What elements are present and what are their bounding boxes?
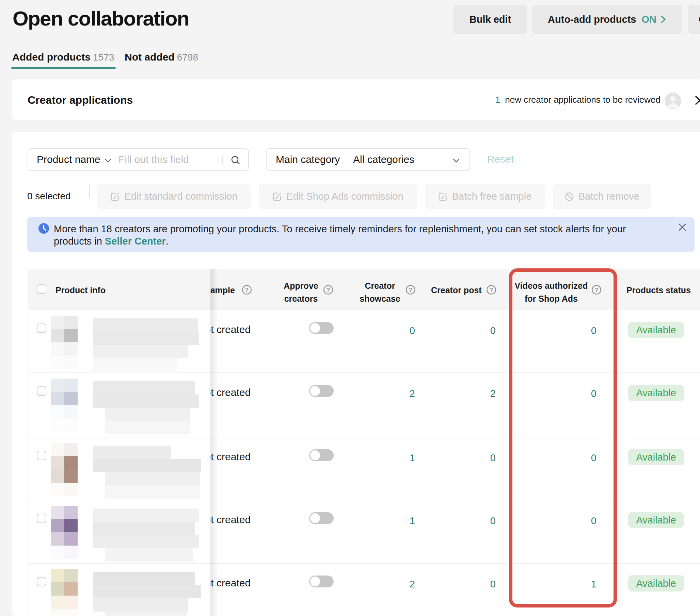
svg-text:?: ? — [326, 287, 330, 293]
svg-text:?: ? — [245, 287, 249, 293]
svg-text:?: ? — [409, 287, 412, 293]
svg-text:?: ? — [490, 287, 493, 293]
